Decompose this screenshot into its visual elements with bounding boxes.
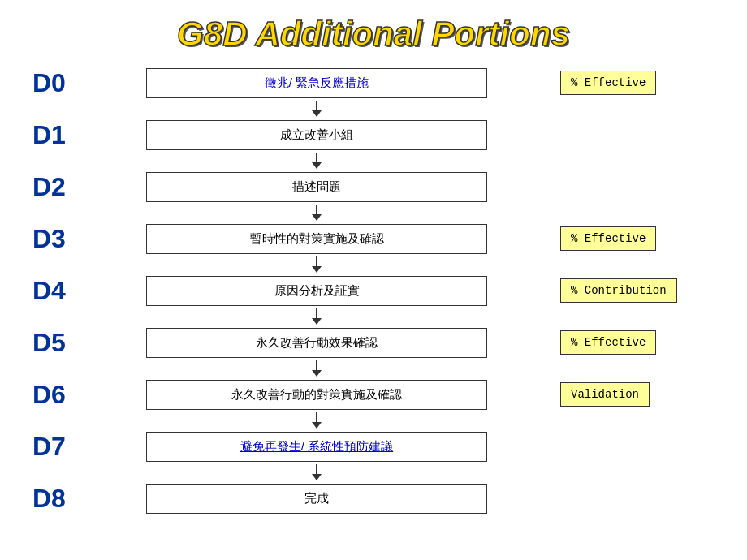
step-box: 完成 — [146, 484, 487, 514]
badge: % Effective — [560, 226, 656, 251]
arrow-row — [24, 156, 723, 166]
step-box: 徵兆/ 緊急反應措施 — [146, 68, 487, 98]
step-box: 成立改善小組 — [146, 120, 487, 150]
step-box: 描述問題 — [146, 172, 487, 202]
arrow-row — [24, 208, 723, 218]
box-area: 完成 — [97, 484, 536, 514]
flow-row: D8完成 — [24, 477, 723, 519]
badge: % Effective — [560, 330, 656, 355]
arrow-row — [24, 104, 723, 114]
step-label: D0 — [24, 68, 97, 98]
box-area: 原因分析及証實 — [97, 276, 536, 306]
arrow-row — [24, 364, 723, 373]
box-area: 暫時性的對策實施及確認 — [97, 224, 536, 254]
arrow-row — [24, 467, 723, 477]
badge: Validation — [560, 382, 650, 407]
title: G8D Additional Portions — [0, 0, 747, 62]
step-label: D2 — [24, 172, 97, 202]
flow-row: D3暫時性的對策實施及確認% Effective — [24, 218, 723, 260]
flow-row: D0徵兆/ 緊急反應措施% Effective — [24, 62, 723, 104]
step-label: D6 — [24, 380, 97, 410]
arrow-row — [24, 312, 723, 321]
main-content: D0徵兆/ 緊急反應措施% EffectiveD1成立改善小組D2描述問題D3暫… — [0, 62, 747, 519]
step-label: D5 — [24, 328, 97, 358]
step-label: D7 — [24, 432, 97, 462]
badge-area: % Effective — [536, 71, 723, 95]
box-area: 成立改善小組 — [97, 120, 536, 150]
badge-area: Validation — [536, 382, 723, 407]
badge-area: % Effective — [536, 226, 723, 251]
step-box: 永久改善行動的對策實施及確認 — [146, 380, 487, 410]
step-label: D3 — [24, 224, 97, 254]
box-area: 描述問題 — [97, 172, 536, 202]
step-label: D8 — [24, 484, 97, 514]
badge-area: % Effective — [536, 330, 723, 355]
step-box: 原因分析及証實 — [146, 276, 487, 306]
flow-row: D5永久改善行動效果確認% Effective — [24, 321, 723, 364]
flow-row: D6永久改善行動的對策實施及確認Validation — [24, 373, 723, 416]
step-label: D1 — [24, 120, 97, 150]
box-area: 永久改善行動的對策實施及確認 — [97, 380, 536, 410]
badge-area: % Contribution — [536, 278, 723, 303]
step-box: 暫時性的對策實施及確認 — [146, 224, 487, 254]
flow-row: D1成立改善小組 — [24, 114, 723, 156]
flow-row: D4原因分析及証實% Contribution — [24, 269, 723, 312]
step-box: 永久改善行動效果確認 — [146, 328, 487, 358]
step-box: 避免再發生/ 系統性預防建議 — [146, 432, 487, 462]
box-area: 徵兆/ 緊急反應措施 — [97, 68, 536, 98]
flow-row: D2描述問題 — [24, 166, 723, 208]
box-area: 避免再發生/ 系統性預防建議 — [97, 432, 536, 462]
badge: % Effective — [560, 71, 656, 95]
badge: % Contribution — [560, 278, 677, 303]
flow-row: D7避免再發生/ 系統性預防建議 — [24, 425, 723, 467]
box-area: 永久改善行動效果確認 — [97, 328, 536, 358]
arrow-row — [24, 416, 723, 425]
step-label: D4 — [24, 276, 97, 306]
arrow-row — [24, 260, 723, 269]
